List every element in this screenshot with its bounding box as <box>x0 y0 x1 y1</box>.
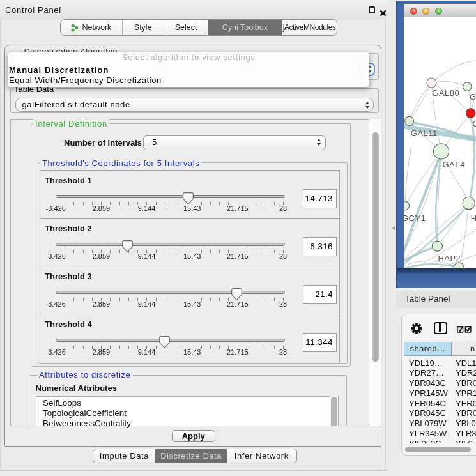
svg-text:GAL11: GAL11 <box>411 128 438 138</box>
svg-text:CD: CD <box>472 119 476 128</box>
svg-text:GAL3: GAL3 <box>470 92 476 102</box>
svg-text:GAL80: GAL80 <box>432 88 459 98</box>
svg-text:HAP: HAP <box>471 213 476 223</box>
svg-text:HAP2: HAP2 <box>438 254 461 263</box>
svg-text:GCY1: GCY1 <box>404 213 426 223</box>
svg-text:GAL4: GAL4 <box>442 160 464 169</box>
